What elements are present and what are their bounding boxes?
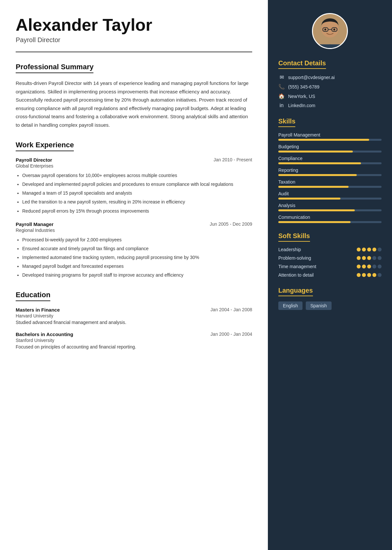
list-item: Developed training programs for payroll … — [22, 271, 252, 279]
applicant-title: Payroll Director — [16, 36, 252, 44]
soft-skills-container: LeadershipProblem-solvingTime management… — [278, 247, 382, 278]
skill-row: Communication — [278, 215, 382, 223]
soft-skill-row: Time management — [278, 264, 382, 269]
soft-skills-section: Soft Skills LeadershipProblem-solvingTim… — [278, 232, 382, 278]
skill-row: Compliance — [278, 156, 382, 164]
dot — [357, 273, 361, 277]
location-icon: 🏠 — [278, 93, 285, 99]
contact-phone: 📞 (555) 345-6789 — [278, 84, 382, 90]
dot — [378, 248, 382, 251]
list-item: Oversaw payroll operations for 10,000+ e… — [22, 172, 252, 179]
list-item: Ensured accurate and timely payroll tax … — [22, 245, 252, 252]
linkedin-icon: in — [278, 103, 285, 108]
edu-2-header: Bachelors in Accounting Jan 2000 - Jan 2… — [16, 332, 252, 337]
list-item: Processed bi-weekly payroll for 2,000 em… — [22, 236, 252, 244]
skill-bar-bg — [278, 174, 382, 176]
soft-skill-row: Problem-solving — [278, 255, 382, 261]
header-divider — [16, 52, 252, 52]
skill-name: Budgeting — [278, 144, 382, 149]
skill-row: Reporting — [278, 168, 382, 176]
edu-1: Masters in Finance Jan 2004 - Jan 2008 H… — [16, 307, 252, 325]
skill-bar-fill — [278, 186, 349, 188]
soft-skill-name: Attention to detail — [278, 272, 357, 278]
svg-point-7 — [333, 28, 335, 30]
skills-container: Payroll Management Budgeting Compliance … — [278, 132, 382, 223]
summary-section: Professional Summary Results-driven Payr… — [16, 63, 252, 129]
edu-1-date: Jan 2004 - Jan 2008 — [210, 307, 252, 312]
dot — [372, 265, 376, 268]
edu-1-header: Masters in Finance Jan 2004 - Jan 2008 — [16, 307, 252, 313]
edu-1-degree: Masters in Finance — [16, 307, 60, 313]
dot — [357, 248, 361, 251]
job-2-header: Payroll Manager Jun 2005 - Dec 2009 — [16, 221, 252, 227]
edu-1-school: Harvard University — [16, 313, 252, 318]
dot — [362, 256, 366, 260]
soft-skill-row: Leadership — [278, 247, 382, 252]
email-value: support@cvdesigner.ai — [288, 75, 335, 80]
job-2-bullets: Processed bi-weekly payroll for 2,000 em… — [16, 236, 252, 279]
contact-title: Contact Details — [278, 59, 326, 69]
job-1-date: Jan 2010 - Present — [214, 157, 252, 162]
edu-2: Bachelors in Accounting Jan 2000 - Jan 2… — [16, 332, 252, 349]
job-2-company: Regional Industries — [16, 228, 252, 233]
skill-bar-fill — [278, 162, 361, 164]
svg-point-6 — [324, 28, 326, 30]
job-2-date: Jun 2005 - Dec 2009 — [210, 221, 252, 227]
soft-skills-title: Soft Skills — [278, 232, 310, 242]
languages-title: Languages — [278, 287, 313, 296]
skill-row: Analysis — [278, 203, 382, 211]
skill-bar-fill — [278, 209, 355, 211]
contact-linkedin: in LinkedIn.com — [278, 103, 382, 108]
avatar-container — [278, 13, 382, 49]
list-item: Managed payroll budget and forecasted ex… — [22, 263, 252, 270]
skill-name: Reporting — [278, 168, 382, 173]
dot — [367, 273, 371, 277]
language-badge: English — [278, 301, 302, 310]
skill-bar-fill — [278, 198, 340, 200]
job-2: Payroll Manager Jun 2005 - Dec 2009 Regi… — [16, 221, 252, 279]
dots — [357, 256, 382, 260]
job-1-bullets: Oversaw payroll operations for 10,000+ e… — [16, 172, 252, 215]
contact-email: ✉ support@cvdesigner.ai — [278, 74, 382, 80]
dot — [378, 256, 382, 260]
left-panel: Alexander Taylor Payroll Director Profes… — [0, 0, 268, 550]
location-value: NewYork, US — [288, 94, 315, 99]
list-item: Reduced payroll errors by 15% through pr… — [22, 207, 252, 215]
dot — [362, 265, 366, 268]
job-1-header: Payroll Director Jan 2010 - Present — [16, 157, 252, 163]
skill-name: Communication — [278, 215, 382, 220]
edu-2-degree: Bachelors in Accounting — [16, 332, 73, 337]
language-badge: Spanish — [306, 301, 332, 310]
list-item: Implemented automated time tracking syst… — [22, 254, 252, 261]
svg-point-2 — [321, 20, 339, 38]
phone-value: (555) 345-6789 — [288, 84, 319, 89]
skill-bar-bg — [278, 209, 382, 211]
linkedin-value: LinkedIn.com — [288, 103, 315, 108]
edu-2-school: Stanford University — [16, 338, 252, 343]
skills-title: Skills — [278, 118, 295, 127]
edu-2-date: Jan 2000 - Jan 2004 — [210, 332, 252, 337]
dots — [357, 265, 382, 268]
summary-title: Professional Summary — [16, 63, 93, 73]
dot — [357, 256, 361, 260]
soft-skill-name: Time management — [278, 264, 357, 269]
soft-skill-row: Attention to detail — [278, 272, 382, 278]
dot — [372, 248, 376, 251]
dot — [372, 273, 376, 277]
phone-icon: 📞 — [278, 84, 285, 90]
skill-bar-bg — [278, 139, 382, 141]
skill-row: Audit — [278, 191, 382, 200]
experience-section: Work Experience Payroll Director Jan 201… — [16, 141, 252, 279]
skill-name: Payroll Management — [278, 132, 382, 138]
dot — [372, 256, 376, 260]
dots — [357, 248, 382, 251]
skill-bar-fill — [278, 174, 357, 176]
job-2-title: Payroll Manager — [16, 221, 54, 227]
job-1-title: Payroll Director — [16, 157, 52, 163]
skill-row: Budgeting — [278, 144, 382, 153]
languages-section: Languages EnglishSpanish — [278, 287, 382, 310]
skill-bar-bg — [278, 221, 382, 223]
skill-bar-bg — [278, 198, 382, 200]
lang-badges: EnglishSpanish — [278, 301, 382, 310]
experience-title: Work Experience — [16, 141, 74, 151]
